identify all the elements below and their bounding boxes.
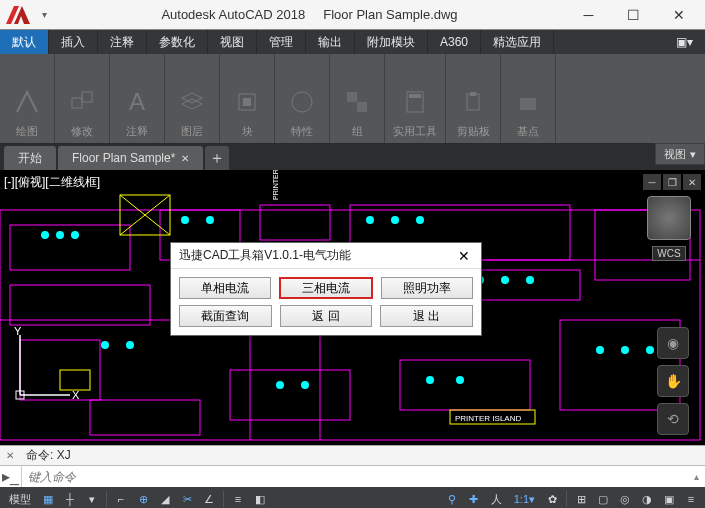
quick-access-dropdown-icon[interactable]: ▾ [42, 9, 47, 20]
wcs-label[interactable]: WCS [652, 246, 685, 261]
cube-icon[interactable] [647, 196, 691, 240]
status-model[interactable]: 模型 [4, 489, 36, 508]
calculator-icon [399, 86, 431, 118]
menu-tab-manage[interactable]: 管理 [257, 30, 306, 54]
ribbon-panel-clipboard[interactable]: 剪贴板 [446, 54, 501, 143]
maximize-button[interactable]: ☐ [611, 1, 656, 29]
status-workspace-icon[interactable]: ⊞ [571, 489, 591, 508]
ribbon-panel-modify[interactable]: 修改 [55, 54, 110, 143]
menu-tab-default[interactable]: 默认 [0, 30, 49, 54]
menu-tab-insert[interactable]: 插入 [49, 30, 98, 54]
status-iso-icon[interactable]: ◢ [155, 489, 175, 508]
menu-tab-output[interactable]: 输出 [306, 30, 355, 54]
status-ortho-icon[interactable]: ⌐ [111, 489, 131, 508]
command-expand-icon[interactable]: ▴ [687, 471, 705, 482]
tab-close-icon[interactable]: ✕ [181, 153, 189, 164]
ribbon-panel-props[interactable]: 特性 [275, 54, 330, 143]
svg-point-53 [456, 376, 464, 384]
command-prompt-icon[interactable]: ▸_ [0, 466, 22, 487]
ribbon-panel-annotate[interactable]: A 注释 [110, 54, 165, 143]
nav-pan-icon[interactable]: ✋ [657, 365, 689, 397]
nav-orbit-icon[interactable]: ⟲ [657, 403, 689, 435]
ribbon-panel-layers[interactable]: 图层 [165, 54, 220, 143]
status-gear-icon[interactable]: ✿ [542, 489, 562, 508]
menu-collapse-icon[interactable]: ▣▾ [664, 30, 705, 54]
dlg-btn-return[interactable]: 返 回 [280, 305, 373, 327]
status-custom-icon[interactable]: ≡ [681, 489, 701, 508]
command-input[interactable] [22, 466, 687, 487]
status-otrack-icon[interactable]: ∠ [199, 489, 219, 508]
clipboard-icon [457, 86, 489, 118]
canvas-close-icon[interactable]: ✕ [683, 174, 701, 190]
status-annoscale-icon[interactable]: ⚲ [442, 489, 462, 508]
svg-rect-10 [470, 92, 476, 96]
viewport-label[interactable]: [-][俯视][二维线框] [4, 174, 100, 191]
status-scale[interactable]: 1:1▾ [509, 489, 540, 508]
ribbon: 绘图 修改 A 注释 图层 块 特性 组 实用工具 剪贴板 基点 视图 ▾ [0, 54, 705, 144]
status-polar-icon[interactable]: ⊕ [133, 489, 153, 508]
ribbon-panel-group[interactable]: 组 [330, 54, 385, 143]
svg-point-46 [126, 341, 134, 349]
dlg-btn-three-phase[interactable]: 三相电流 [279, 277, 373, 299]
status-transparency-icon[interactable]: ◧ [250, 489, 270, 508]
svg-point-37 [181, 216, 189, 224]
basepoint-icon [512, 86, 544, 118]
svg-point-40 [391, 216, 399, 224]
ribbon-panel-draw[interactable]: 绘图 [0, 54, 55, 143]
ribbon-panel-utils[interactable]: 实用工具 [385, 54, 446, 143]
menu-tab-a360[interactable]: A360 [428, 30, 481, 54]
dlg-btn-section-query[interactable]: 截面查询 [179, 305, 272, 327]
minimize-button[interactable]: ─ [566, 1, 611, 29]
ribbon-panel-block[interactable]: 块 [220, 54, 275, 143]
command-close-icon[interactable]: ✕ [6, 450, 22, 461]
modify-icon [66, 86, 98, 118]
status-lineweight-icon[interactable]: ≡ [228, 489, 248, 508]
ribbon-panel-basepoint[interactable]: 基点 [501, 54, 556, 143]
dialog-titlebar[interactable]: 迅捷CAD工具箱V1.0.1-电气功能 ✕ [171, 243, 481, 269]
status-isolate-icon[interactable]: ◑ [637, 489, 657, 508]
tab-start[interactable]: 开始 [4, 146, 56, 170]
svg-rect-5 [347, 92, 357, 102]
close-button[interactable]: ✕ [656, 1, 701, 29]
tab-add-button[interactable]: ＋ [205, 146, 229, 170]
dlg-btn-single-phase[interactable]: 单相电流 [179, 277, 271, 299]
ucs-icon: Y X [10, 325, 80, 405]
status-hardware-icon[interactable]: ◎ [615, 489, 635, 508]
view-cube[interactable]: WCS [641, 196, 697, 261]
canvas-minimize-icon[interactable]: ─ [643, 174, 661, 190]
menu-tab-addins[interactable]: 附加模块 [355, 30, 428, 54]
status-clean-icon[interactable]: ▣ [659, 489, 679, 508]
status-popup-icon[interactable]: ▾ [82, 489, 102, 508]
svg-point-48 [621, 346, 629, 354]
svg-point-36 [71, 231, 79, 239]
app-logo-icon [4, 4, 32, 26]
status-annomonitor-icon[interactable]: ✚ [464, 489, 484, 508]
dialog-close-button[interactable]: ✕ [455, 248, 473, 264]
canvas-restore-icon[interactable]: ❐ [663, 174, 681, 190]
tab-floorplan[interactable]: Floor Plan Sample* ✕ [58, 146, 203, 170]
svg-text:PRINTER ISLAND: PRINTER ISLAND [272, 170, 279, 200]
dlg-btn-exit[interactable]: 退 出 [380, 305, 473, 327]
nav-wheel-icon[interactable]: ◉ [657, 327, 689, 359]
status-grid-icon[interactable]: ▦ [38, 489, 58, 508]
file-tabs: 开始 Floor Plan Sample* ✕ ＋ [0, 144, 705, 170]
svg-rect-3 [243, 98, 251, 106]
svg-rect-22 [230, 370, 350, 420]
view-strip[interactable]: 视图 ▾ [655, 143, 705, 165]
svg-rect-8 [409, 94, 421, 98]
status-osnap-icon[interactable]: ✂ [177, 489, 197, 508]
group-icon [341, 86, 373, 118]
status-snap-icon[interactable]: ┼ [60, 489, 80, 508]
dlg-btn-lighting-power[interactable]: 照明功率 [381, 277, 473, 299]
menu-tab-annotate[interactable]: 注释 [98, 30, 147, 54]
status-bar: 模型 ▦ ┼ ▾ ⌐ ⊕ ◢ ✂ ∠ ≡ ◧ ⚲ ✚ 人 1:1▾ ✿ ⊞ ▢ … [0, 487, 705, 508]
file-title: Floor Plan Sample.dwg [323, 7, 457, 22]
status-max-icon[interactable]: ▢ [593, 489, 613, 508]
printer-island-label: PRINTER ISLAND [455, 414, 521, 423]
menu-tab-featured[interactable]: 精选应用 [481, 30, 554, 54]
svg-point-50 [276, 381, 284, 389]
status-annoviz-icon[interactable]: 人 [486, 489, 507, 508]
chevron-down-icon: ▾ [690, 148, 696, 161]
menu-tab-param[interactable]: 参数化 [147, 30, 208, 54]
menu-tab-view[interactable]: 视图 [208, 30, 257, 54]
